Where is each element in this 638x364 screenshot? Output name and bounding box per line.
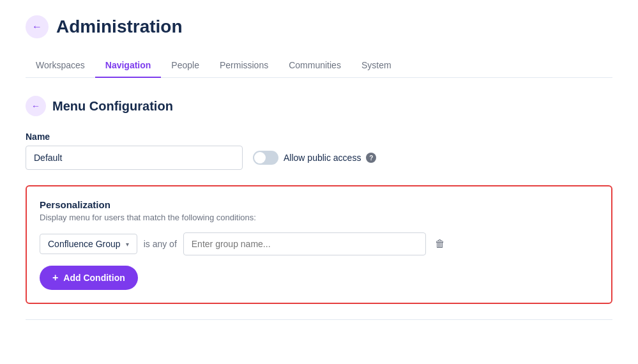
page-header: ← Administration (26, 15, 612, 38)
tab-navigation[interactable]: Navigation (95, 54, 162, 78)
condition-row: Confluence Group ▾ is any of 🗑 (40, 232, 598, 255)
page-title: Administration (56, 17, 183, 37)
tabs-bar: Workspaces Navigation People Permissions… (26, 54, 612, 78)
tab-workspaces[interactable]: Workspaces (26, 54, 95, 78)
tab-people[interactable]: People (161, 54, 209, 78)
tab-system[interactable]: System (351, 54, 402, 78)
toggle-label: Allow public access (284, 153, 361, 163)
condition-operator: is any of (144, 239, 177, 249)
name-label: Name (26, 132, 612, 142)
form-row: Allow public access ? (26, 146, 612, 170)
chevron-down-icon: ▾ (126, 241, 129, 248)
tab-permissions[interactable]: Permissions (209, 54, 278, 78)
personalization-description: Display menu for users that match the fo… (40, 213, 598, 222)
toggle-wrapper: Allow public access ? (253, 151, 376, 165)
add-condition-button[interactable]: + Add Condition (40, 266, 138, 290)
form-section: Name Allow public access ? (26, 132, 612, 170)
section-back-icon: ← (31, 101, 40, 111)
personalization-box: Personalization Display menu for users t… (26, 185, 612, 304)
back-arrow-icon: ← (32, 21, 42, 33)
add-condition-label: Add Condition (63, 273, 125, 283)
confluence-group-dropdown[interactable]: Confluence Group ▾ (40, 234, 137, 254)
help-icon[interactable]: ? (366, 153, 376, 163)
section-back-button[interactable]: ← (26, 96, 46, 116)
delete-condition-button[interactable]: 🗑 (432, 236, 448, 252)
name-input[interactable] (26, 146, 243, 170)
public-access-toggle[interactable] (253, 151, 278, 165)
bottom-divider (26, 319, 612, 320)
section-title: Menu Configuration (52, 99, 173, 114)
group-name-input[interactable] (183, 232, 426, 255)
tab-communities[interactable]: Communities (278, 54, 351, 78)
trash-icon: 🗑 (435, 238, 445, 249)
header-back-button[interactable]: ← (26, 15, 49, 38)
section-header: ← Menu Configuration (26, 96, 612, 116)
personalization-title: Personalization (40, 199, 598, 210)
dropdown-label: Confluence Group (48, 239, 121, 249)
plus-icon: + (52, 272, 58, 284)
